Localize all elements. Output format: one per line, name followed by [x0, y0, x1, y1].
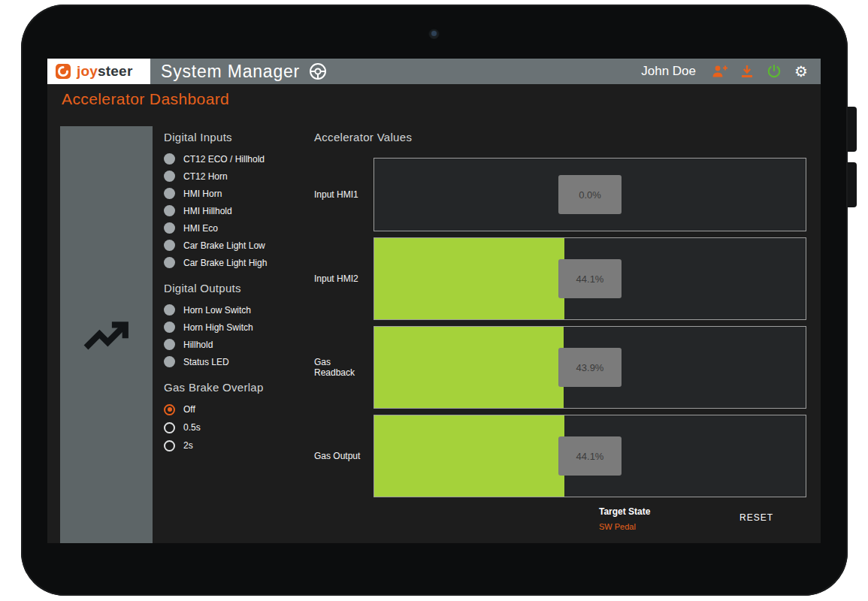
digital-output-row: Horn Low Switch	[164, 301, 314, 319]
led-indicator	[164, 222, 175, 234]
radio-option-2s[interactable]: 2s	[164, 436, 314, 455]
digital-input-row: HMI Hillhold	[164, 202, 314, 219]
digital-input-row: Car Brake Light Low	[164, 237, 314, 254]
value-bar-row: Gas Readback 43.9%	[314, 326, 806, 409]
radio-icon	[164, 422, 175, 433]
digital-output-row: Status LED	[164, 353, 314, 370]
accelerator-values-panel: Accelerator Values Input HMI1 0.0% Input…	[314, 131, 806, 543]
power-icon[interactable]	[765, 62, 783, 80]
bar-label: Gas Readback	[314, 357, 374, 378]
steering-wheel-icon	[309, 62, 327, 80]
page-title: Accelerator Dashboard	[62, 90, 229, 108]
digital-input-row: HMI Horn	[164, 185, 314, 202]
digital-input-row: CT12 Horn	[164, 168, 314, 185]
digital-output-row: Horn High Switch	[164, 319, 314, 336]
bar-input-hmi1: 0.0%	[374, 158, 806, 231]
led-indicator	[164, 240, 175, 251]
led-indicator	[164, 257, 175, 268]
bar-fill	[374, 327, 564, 408]
digital-input-row: Car Brake Light High	[164, 254, 314, 271]
value-bar-row: Input HMI2 44.1%	[314, 237, 806, 320]
digital-input-row: CT12 ECO / Hillhold	[164, 150, 314, 168]
gas-brake-overlap-heading: Gas Brake Overlap	[164, 381, 314, 394]
bar-value-badge: 43.9%	[558, 348, 622, 387]
led-indicator	[164, 356, 175, 367]
joysteer-logo-icon	[55, 63, 71, 80]
radio-option-off[interactable]: Off	[164, 400, 314, 418]
values-footer: Target State SW Pedal RESET	[314, 503, 806, 543]
bar-value-badge: 44.1%	[558, 436, 622, 476]
led-indicator	[164, 171, 175, 182]
radio-option-0-5s[interactable]: 0.5s	[164, 418, 314, 436]
led-indicator	[164, 304, 175, 316]
app-title: System Manager	[161, 62, 300, 82]
front-camera	[428, 28, 440, 39]
target-state-label: Target State	[599, 506, 650, 517]
trend-up-icon	[78, 310, 135, 360]
bar-label: Gas Output	[314, 451, 374, 461]
reset-button[interactable]: RESET	[739, 512, 773, 523]
target-state: Target State SW Pedal	[599, 506, 650, 531]
bar-fill	[374, 415, 564, 497]
digital-output-row: Hillhold	[164, 336, 314, 353]
bar-gas-output: 44.1%	[374, 415, 806, 497]
led-indicator	[164, 322, 175, 333]
app-header: joysteer System Manager John Doe	[47, 59, 821, 84]
digital-outputs-heading: Digital Outputs	[164, 282, 314, 294]
accelerator-values-heading: Accelerator Values	[314, 131, 806, 143]
bar-value-badge: 0.0%	[558, 175, 622, 214]
led-indicator	[164, 339, 175, 350]
joysteer-logo-text: joysteer	[77, 63, 132, 80]
add-user-icon[interactable]	[711, 62, 729, 80]
bar-input-hmi2: 44.1%	[374, 237, 806, 320]
bar-fill	[374, 238, 564, 319]
led-indicator	[164, 205, 175, 216]
radio-icon	[164, 440, 175, 452]
joysteer-logo: joysteer	[47, 59, 150, 84]
target-state-value: SW Pedal	[599, 522, 650, 531]
download-icon[interactable]	[738, 62, 756, 80]
value-bar-row: Gas Output 44.1%	[314, 415, 806, 497]
bar-value-badge: 44.1%	[558, 259, 622, 298]
bar-label: Input HMI1	[314, 189, 374, 200]
bar-gas-readback: 43.9%	[374, 326, 806, 409]
page-background: joysteer System Manager John Doe	[0, 0, 868, 601]
digital-input-row: HMI Eco	[164, 219, 314, 237]
digital-inputs-heading: Digital Inputs	[164, 131, 314, 143]
value-bar-row: Input HMI1 0.0%	[314, 158, 806, 231]
app-screen: joysteer System Manager John Doe	[47, 59, 821, 543]
title-bar: System Manager John Doe	[150, 59, 821, 84]
user-name: John Doe	[641, 64, 696, 79]
led-indicator	[164, 188, 175, 199]
led-indicator	[164, 153, 175, 165]
sidebar-nav-accelerator[interactable]	[60, 126, 153, 543]
radio-icon	[164, 404, 175, 415]
controls-panel: Digital Inputs CT12 ECO / Hillhold CT12 …	[164, 131, 314, 455]
gear-icon[interactable]: ⚙	[792, 62, 810, 80]
tablet-device: joysteer System Manager John Doe	[21, 5, 848, 596]
bar-label: Input HMI2	[314, 273, 374, 284]
